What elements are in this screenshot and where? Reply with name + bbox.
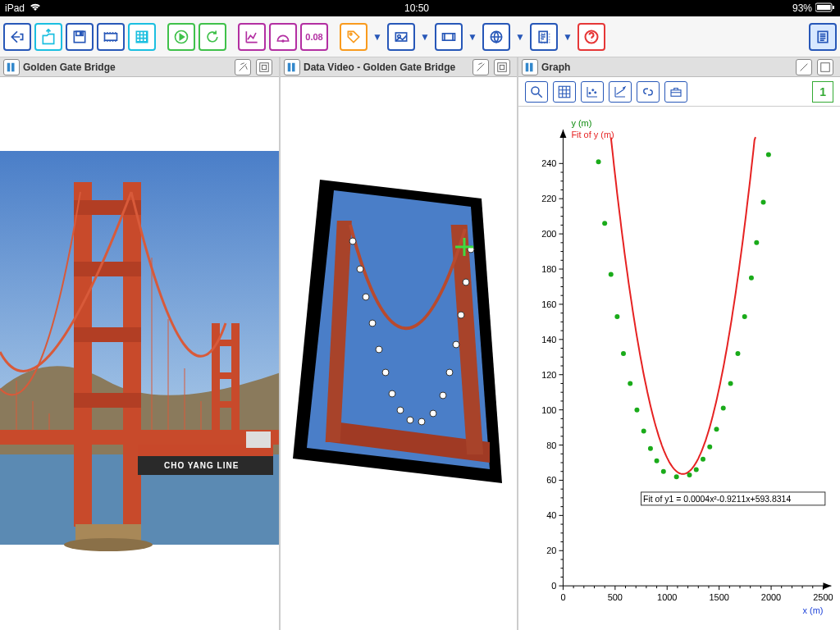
svg-point-71 <box>458 312 464 318</box>
link-tool-icon[interactable] <box>637 81 660 103</box>
svg-point-202 <box>728 381 733 386</box>
panel2-handle-icon[interactable] <box>284 59 300 75</box>
svg-point-68 <box>440 392 446 399</box>
picture-dropdown[interactable]: ▼ <box>418 31 431 43</box>
svg-text:1000: 1000 <box>657 592 677 602</box>
svg-text:120: 120 <box>541 370 556 380</box>
video-dropdown[interactable]: ▼ <box>466 31 479 43</box>
svg-point-207 <box>761 200 766 205</box>
panel2-maximize-icon[interactable] <box>494 59 510 75</box>
notes-button[interactable] <box>530 23 558 51</box>
svg-rect-49 <box>246 431 271 448</box>
table-button[interactable] <box>128 23 156 51</box>
panel1-settings-icon[interactable] <box>235 59 251 75</box>
svg-point-197 <box>694 468 699 472</box>
device-label: iPad <box>5 2 25 14</box>
svg-point-205 <box>749 276 754 281</box>
svg-point-190 <box>634 408 639 413</box>
svg-point-57 <box>349 238 356 244</box>
panel3-handle-icon[interactable] <box>522 59 538 75</box>
svg-point-82 <box>592 89 594 90</box>
toolbox-tool-icon[interactable] <box>664 81 687 103</box>
svg-point-184 <box>596 159 601 164</box>
svg-rect-2 <box>817 5 831 10</box>
svg-point-208 <box>766 153 771 158</box>
svg-rect-6 <box>105 33 117 39</box>
main-toolbar: 0.08 ▼ ▼ ▼ ▼ ▼ <box>0 16 840 57</box>
play-button[interactable] <box>167 23 195 51</box>
film-button[interactable] <box>97 23 125 51</box>
svg-point-203 <box>735 351 740 356</box>
open-button[interactable] <box>34 23 62 51</box>
graph-toolbar: 1 <box>518 77 840 107</box>
svg-point-72 <box>463 279 469 285</box>
svg-point-58 <box>357 266 363 272</box>
panel1-maximize-icon[interactable] <box>256 59 272 75</box>
svg-point-193 <box>655 459 660 463</box>
reload-button[interactable] <box>199 23 226 51</box>
svg-point-10 <box>349 33 352 35</box>
svg-rect-1 <box>833 6 834 9</box>
panel3-settings-icon[interactable] <box>796 59 812 75</box>
svg-point-187 <box>614 314 619 319</box>
zoom-tool-icon[interactable] <box>525 81 548 103</box>
scatter-tool-icon[interactable] <box>581 81 604 103</box>
battery-icon <box>815 2 835 15</box>
svg-text:y (m): y (m) <box>571 118 591 128</box>
chart-line-button[interactable] <box>238 23 266 51</box>
panel1-title: Golden Gate Bridge <box>23 62 235 73</box>
gauge-button[interactable] <box>269 23 297 51</box>
svg-point-67 <box>430 410 436 417</box>
svg-rect-31 <box>212 401 240 408</box>
panel2-title: Data Video - Golden Gate Bridge <box>304 62 472 73</box>
status-bar: iPad 10:50 93% <box>0 0 840 16</box>
svg-text:2000: 2000 <box>761 592 781 602</box>
graph-id-badge: 1 <box>812 81 833 103</box>
save-button[interactable] <box>66 23 94 51</box>
panel1-body[interactable]: CHO YANG LINE <box>0 77 279 630</box>
web-button[interactable] <box>482 23 510 51</box>
svg-point-186 <box>609 272 614 276</box>
svg-rect-84 <box>671 89 681 96</box>
web-dropdown[interactable]: ▼ <box>514 31 527 43</box>
picture-button[interactable] <box>387 23 415 51</box>
svg-text:1500: 1500 <box>709 592 728 602</box>
panel-handle-icon[interactable] <box>3 59 20 75</box>
svg-point-189 <box>628 381 632 386</box>
svg-rect-20 <box>11 62 15 71</box>
svg-point-191 <box>641 428 646 433</box>
svg-rect-52 <box>498 62 507 71</box>
number-display-button[interactable]: 0.08 <box>300 23 328 51</box>
svg-rect-34 <box>74 200 141 215</box>
svg-text:0: 0 <box>551 581 556 591</box>
svg-text:60: 60 <box>546 475 556 485</box>
help-button[interactable] <box>578 23 605 51</box>
svg-point-194 <box>661 469 666 474</box>
tag-button[interactable] <box>340 23 368 51</box>
panel2-settings-icon[interactable] <box>472 59 489 75</box>
svg-point-64 <box>397 407 404 413</box>
panel3-maximize-icon[interactable] <box>817 59 833 75</box>
svg-point-83 <box>595 91 596 93</box>
svg-text:160: 160 <box>541 299 556 309</box>
svg-point-69 <box>446 369 453 376</box>
svg-point-195 <box>674 474 679 479</box>
svg-rect-7 <box>136 31 147 42</box>
notes-dropdown[interactable]: ▼ <box>561 31 574 43</box>
svg-text:200: 200 <box>541 229 556 239</box>
svg-rect-36 <box>74 327 141 342</box>
panel2-body[interactable] <box>281 77 517 630</box>
svg-point-188 <box>621 351 626 356</box>
video-button[interactable] <box>435 23 463 51</box>
grid-tool-icon[interactable] <box>553 81 576 103</box>
svg-rect-5 <box>80 32 82 34</box>
svg-point-46 <box>64 538 153 551</box>
panel-image: Golden Gate Bridge <box>0 57 281 630</box>
back-button[interactable] <box>3 23 31 51</box>
chart-canvas[interactable]: 0204060801001201401601802002202400500100… <box>518 107 840 630</box>
svg-text:Fit of  y1 = 0.0004x²-0.9211x+: Fit of y1 = 0.0004x²-0.9211x+593.8314 <box>643 495 791 504</box>
notes-panel-button[interactable] <box>809 23 837 51</box>
tag-dropdown[interactable]: ▼ <box>371 31 384 43</box>
svg-point-63 <box>389 390 395 397</box>
annotate-tool-icon[interactable] <box>609 81 632 103</box>
